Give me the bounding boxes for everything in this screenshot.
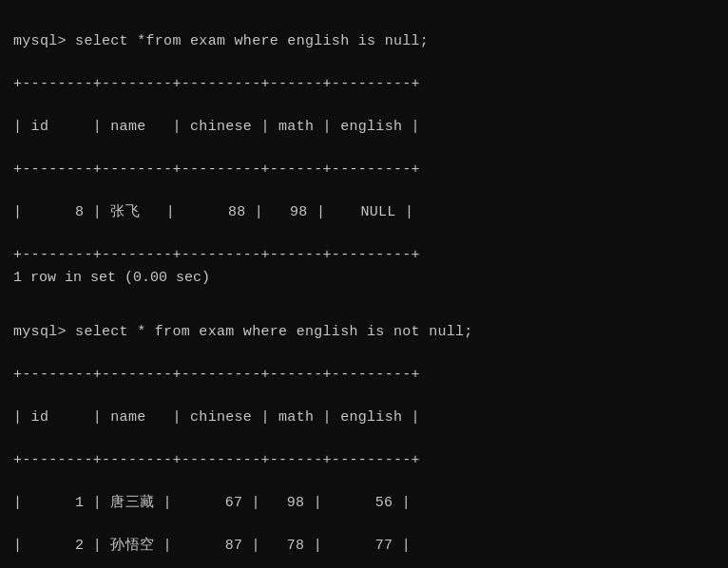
query2-command: mysql> select * from exam where english … bbox=[13, 324, 473, 340]
terminal-output-2: mysql> select * from exam where english … bbox=[13, 301, 715, 569]
query1-header: | id | name | chinese | math | english | bbox=[13, 119, 420, 135]
query2-row-1: | 2 | 孙悟空 | 87 | 78 | 77 | bbox=[13, 538, 411, 554]
query2-sep-mid: +--------+--------+---------+------+----… bbox=[13, 452, 420, 468]
query1-sep-bot: +--------+--------+---------+------+----… bbox=[13, 247, 420, 263]
query2-row-0: | 1 | 唐三藏 | 67 | 98 | 56 | bbox=[13, 495, 411, 511]
query2-header: | id | name | chinese | math | english | bbox=[13, 409, 420, 426]
query1-command: mysql> select *from exam where english i… bbox=[13, 33, 429, 49]
query1-sep-mid: +--------+--------+---------+------+----… bbox=[13, 161, 420, 178]
query1-row-count: 1 row in set (0.00 sec) bbox=[13, 268, 715, 290]
terminal-output: mysql> select *from exam where english i… bbox=[13, 9, 715, 266]
query2-sep-top: +--------+--------+---------+------+----… bbox=[13, 367, 420, 383]
query1-sep-top: +--------+--------+---------+------+----… bbox=[13, 76, 420, 92]
query1-row-0: | 8 | 张飞 | 88 | 98 | NULL | bbox=[13, 204, 413, 220]
